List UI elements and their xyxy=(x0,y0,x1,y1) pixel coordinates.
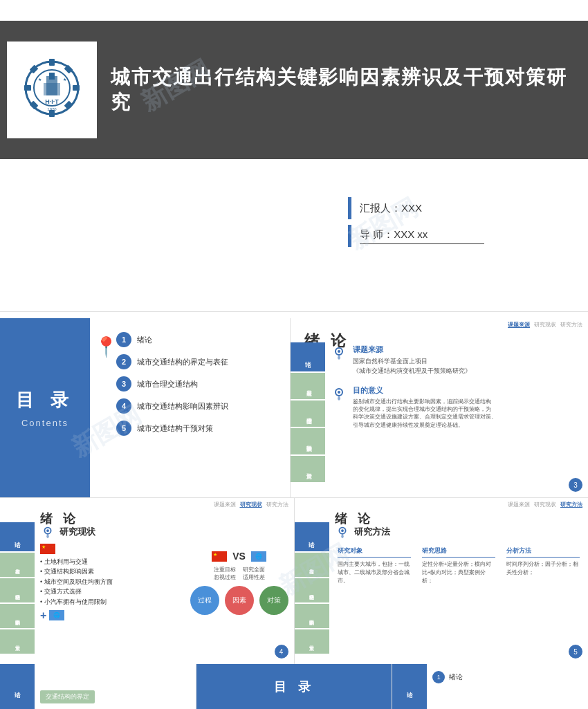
bottom-s2-title: 目 录 xyxy=(274,679,315,695)
research-item-5: 小汽车拥有与使用限制 xyxy=(40,597,185,607)
breadcrumb-intro: 课题来源 研究现状 研究方法 xyxy=(508,321,582,329)
svg-text:★: ★ xyxy=(63,77,66,82)
crumb-m1: 课题来源 xyxy=(508,501,530,508)
circle-countermeasure: 对策 xyxy=(259,586,288,615)
research-item-1: 土地利用与交通 xyxy=(40,557,185,567)
sidebar-yingxiang[interactable]: 影响因素辨识 xyxy=(291,428,325,454)
bottom-slide-3: 绪论 1 绪论 xyxy=(392,664,588,709)
method-point-icon xyxy=(335,524,350,540)
toc-item-text-4: 城市交通结构影响因素辨识 xyxy=(137,401,228,412)
hit-logo: H·I·T 1920 ★ ★ xyxy=(17,52,86,128)
status-title-row: 研究现状 xyxy=(40,524,288,540)
slide-num-3: 3 xyxy=(569,478,582,492)
circle-factor: 因素 xyxy=(225,586,254,615)
toc-slide: 目 录 Contents 📍 1 绪论 2 城市交通结构的界定与表征 3 城市合… xyxy=(0,318,291,498)
bottom-s2-content: 目 录 xyxy=(274,679,315,695)
svg-point-22 xyxy=(46,529,49,532)
bottom-s3-bar: 绪论 xyxy=(392,664,427,709)
method-col-title-1: 研究对象 xyxy=(338,546,411,558)
status-s3[interactable]: 合理交通结构 xyxy=(0,578,35,602)
method-s4[interactable]: 影响因素辨识 xyxy=(295,604,329,628)
svg-text:1920: 1920 xyxy=(47,107,57,111)
status-list-area: ★ · 土地利用与交通 交通结构影响因素 城市空间及职住均衡方面 交通方式选择 … xyxy=(40,544,185,622)
crumb-s1: 课题来源 xyxy=(214,501,236,508)
svg-rect-1 xyxy=(49,59,55,66)
point-source-icon xyxy=(331,344,347,361)
divider-1 xyxy=(0,311,588,312)
svg-rect-12 xyxy=(49,73,55,80)
cn-flag-vs: ★ xyxy=(212,551,227,562)
sidebar-jieding[interactable]: 界定与表征 xyxy=(291,373,325,399)
point-meaning-title: 目的意义 xyxy=(353,385,497,396)
method-s5[interactable]: 干预对策 xyxy=(295,629,329,654)
bottom-item-text: 绪论 xyxy=(449,672,463,682)
sidebar-ganyu[interactable]: 干预对策 xyxy=(291,456,325,482)
method-s2[interactable]: 界定与表征 xyxy=(295,553,329,577)
method-sidebar: 绪论 界定与表征 合理交通结构 影响因素辨识 干预对策 xyxy=(295,522,329,664)
cn-flag-1: ★ · xyxy=(40,544,55,554)
method-col-1: 研究对象 国内主要大城市，包括：一线城市、二线城市及部分省会城市。 xyxy=(335,546,414,585)
vs-text: VS xyxy=(232,551,246,562)
method-col-text-2: 定性分析+定量分析；横向对比+纵向对比；典型案例分析； xyxy=(422,560,495,585)
advisor-line: 导 师：XXX xx xyxy=(348,225,484,247)
title-bottom: 汇报人：XXX 导 师：XXX xx xyxy=(0,159,588,318)
point-meaning-text: 鉴别城市交通出行结构主要影响因素，追踪揭示交通结构的变化规律，提出实现合理城市交… xyxy=(353,398,497,429)
research-item-3: 城市空间及职住均衡方面 xyxy=(40,577,185,587)
vs-area: ★ VS 🌐 注重目标忽视过程 研究全面适用性差 xyxy=(190,544,288,622)
method-col-text-3: 时间序列分析；因子分析；相关性分析； xyxy=(506,560,580,577)
method-columns: 研究对象 国内主要大城市，包括：一线城市、二线城市及部分省会城市。 研究思路 定… xyxy=(335,546,583,585)
crumb-m3: 研究方法 xyxy=(560,501,582,508)
reporter-label: 汇报人：XXX xyxy=(360,202,422,215)
sidebar-active-intro[interactable]: 绪论 xyxy=(291,342,325,371)
method-s3[interactable]: 合理交通结构 xyxy=(295,578,329,602)
breadcrumb-method: 课题来源 研究现状 研究方法 xyxy=(508,501,582,508)
toc-items: 1 绪论 2 城市交通结构的界定与表征 3 城市合理交通结构 4 城市交通结构影… xyxy=(116,329,284,443)
method-col-2: 研究思路 定性分析+定量分析；横向对比+纵向对比；典型案例分析； xyxy=(419,546,498,585)
method-main-title: 研究方法 xyxy=(354,526,390,538)
research-status-slide: 课题来源 研究现状 研究方法 绪 论 绪论 界定与表征 合理交通结构 影响因素辨… xyxy=(0,498,295,664)
toc-item-1: 1 绪论 xyxy=(116,332,284,347)
crumb-method: 研究方法 xyxy=(560,321,582,329)
toc-num-5: 5 xyxy=(116,421,131,436)
toc-item-text-2: 城市交通结构的界定与表征 xyxy=(137,357,228,367)
location-icon: 📍 xyxy=(94,335,118,358)
status-sidebar-active[interactable]: 绪论 xyxy=(0,522,35,551)
crumb-s2: 研究现状 xyxy=(240,501,262,508)
note-right: 研究全面适用性差 xyxy=(243,566,265,581)
research-item-2: 交通结构影响因素 xyxy=(40,567,185,576)
reporter-accent-bar xyxy=(348,197,351,219)
sidebar-label-intro: 绪论 xyxy=(304,356,313,358)
research-list: 土地利用与交通 交通结构影响因素 城市空间及职住均衡方面 交通方式选择 小汽车拥… xyxy=(40,557,185,607)
comparison-notes: 注重目标忽视过程 研究全面适用性差 xyxy=(214,566,265,581)
flag-row-1: ★ · xyxy=(40,544,185,554)
toc-item-3: 3 城市合理交通结构 xyxy=(116,376,284,392)
toc-item-text-3: 城市合理交通结构 xyxy=(137,379,198,389)
toc-left-panel: 目 录 Contents xyxy=(0,318,90,498)
svg-text:★: ★ xyxy=(38,77,42,82)
reporter-area: 汇报人：XXX 导 师：XXX xx xyxy=(348,197,484,252)
toc-title-en: Contents xyxy=(21,418,68,428)
intro-content: 课题来源 国家自然科学基金面上项目《城市交通结构演变机理及干预策略研究》 目 xyxy=(331,344,581,429)
crumb-m2: 研究现状 xyxy=(534,501,556,508)
status-s5[interactable]: 干预对策 xyxy=(0,629,35,654)
plus-un-row: + 🌐 xyxy=(40,609,185,622)
circle-process: 过程 xyxy=(190,586,219,615)
breadcrumb-status: 课题来源 研究现状 研究方法 xyxy=(214,501,288,508)
svg-rect-8 xyxy=(64,101,73,110)
status-sidebar: 绪论 界定与表征 合理交通结构 影响因素辨识 干预对策 xyxy=(0,522,35,664)
status-s2[interactable]: 界定与表征 xyxy=(0,553,35,577)
slide-num-5: 5 xyxy=(569,645,582,659)
intro-sidebar: 绪论 界定与表征 合理交通结构 影响因素辨识 干预对策 xyxy=(291,342,325,497)
method-col-title-3: 分析方法 xyxy=(506,546,580,558)
crumb-s3: 研究方法 xyxy=(266,501,288,508)
status-s4[interactable]: 影响因素辨识 xyxy=(0,604,35,628)
title-slide: H·I·T 1920 ★ ★ 城市交通出行结构关键影响因素辨识及干预对策研究 汇… xyxy=(0,0,588,180)
sidebar-heli[interactable]: 合理交通结构 xyxy=(291,400,325,427)
bottom-s1-bar: 绪论 xyxy=(0,664,35,709)
svg-point-24 xyxy=(341,529,344,532)
method-sidebar-active[interactable]: 绪论 xyxy=(295,522,329,551)
reporter-line: 汇报人：XXX xyxy=(348,197,484,219)
research-item-4: 交通方式选择 xyxy=(40,587,185,596)
status-main-title: 研究现状 xyxy=(59,526,95,538)
point-meaning: 目的意义 鉴别城市交通出行结构主要影响因素，追踪揭示交通结构的变化规律，提出实现… xyxy=(331,385,581,429)
